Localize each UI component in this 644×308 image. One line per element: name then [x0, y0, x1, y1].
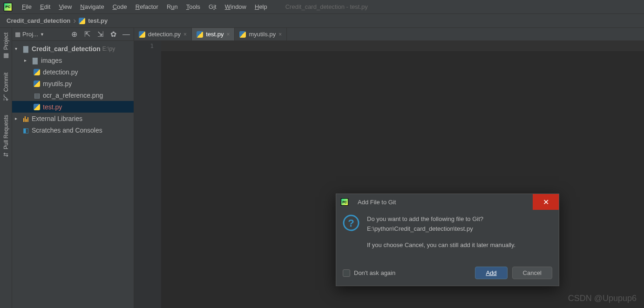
folder-icon: ▇ [21, 45, 30, 53]
question-icon: ? [343, 214, 359, 256]
pycharm-icon: PC [4, 3, 12, 11]
settings-icon[interactable]: ✿ [108, 30, 118, 39]
window-title: Credit_card_detection - test.py [285, 3, 368, 10]
menu-file[interactable]: File [18, 0, 36, 13]
chevron-right-icon[interactable]: ▸ [24, 58, 31, 63]
pull-request-icon: ⇆ [3, 151, 8, 158]
menu-bar: PC File Edit View Navigate Code Refactor… [0, 0, 644, 14]
locate-icon[interactable]: ⊕ [69, 30, 79, 39]
tree-file-myutils[interactable]: myutils.py [12, 78, 134, 89]
breadcrumb-file[interactable]: test.py [88, 17, 108, 24]
dialog-close-button[interactable]: ✕ [533, 194, 559, 210]
tree-file-detection[interactable]: detection.py [12, 66, 134, 78]
dialog-question: Do you want to add the following file to… [367, 215, 483, 222]
gutter-tab-commit[interactable]: Commit [3, 73, 9, 92]
gutter-tab-project[interactable]: Project [3, 33, 9, 50]
menu-refactor[interactable]: Refactor [131, 0, 163, 13]
git-add-dialog: PC Add File to Git ✕ ? Do you want to ad… [336, 194, 559, 286]
menu-window[interactable]: Window [221, 0, 251, 13]
collapse-all-icon[interactable]: ⇲ [95, 30, 105, 39]
python-file-icon [239, 31, 246, 38]
editor-tabs: detection.py × test.py × myutils.py × [134, 28, 644, 41]
left-tool-gutter: Project ▦ Commit ⎇ Pull Requests ⇆ [0, 28, 12, 308]
chevron-right-icon[interactable]: ▸ [15, 116, 21, 121]
project-tree: ▾ ▇ Credit_card_detection E:\py ▸ ▇ imag… [12, 41, 134, 136]
tree-root[interactable]: ▾ ▇ Credit_card_detection E:\py [12, 43, 134, 54]
dialog-titlebar[interactable]: PC Add File to Git ✕ [336, 194, 559, 210]
close-icon: ✕ [543, 198, 549, 207]
library-icon [21, 115, 30, 122]
python-file-icon [139, 31, 145, 38]
menu-help[interactable]: Help [251, 0, 271, 13]
tab-label: detection.py [148, 31, 181, 38]
tree-folder-images[interactable]: ▸ ▇ images [12, 54, 134, 66]
svg-text:?: ? [348, 217, 354, 229]
menu-view[interactable]: View [54, 0, 76, 13]
close-icon[interactable]: × [226, 31, 230, 38]
expand-all-icon[interactable]: ⇱ [82, 30, 92, 39]
menu-run[interactable]: Run [163, 0, 182, 13]
project-icon: ▦ [3, 52, 9, 59]
commit-icon: ⎇ [2, 94, 9, 101]
dialog-hint: If you choose Cancel, you can still add … [367, 241, 515, 250]
tree-file-label: detection.py [43, 68, 78, 76]
cancel-button[interactable]: Cancel [512, 267, 552, 279]
tree-root-path: E:\py [102, 46, 115, 52]
project-panel-title[interactable]: Proj... [22, 31, 38, 38]
folder-icon: ▇ [31, 57, 39, 64]
dont-ask-checkbox[interactable]: Don't ask again [343, 269, 395, 277]
tab-test[interactable]: test.py × [192, 28, 235, 40]
dropdown-icon[interactable]: ▼ [40, 32, 44, 37]
dialog-file-path: E:\python\Credit_card_detection\test.py [367, 225, 473, 232]
tree-file-test[interactable]: test.py [12, 101, 134, 113]
chevron-down-icon[interactable]: ▾ [15, 46, 21, 51]
tree-file-label: ocr_a_reference.png [43, 92, 103, 99]
hide-icon[interactable]: — [122, 30, 131, 39]
project-panel-header: ▦ Proj... ▼ ⊕ ⇱ ⇲ ✿ — [12, 28, 134, 41]
tab-myutils[interactable]: myutils.py × [235, 28, 287, 40]
close-icon[interactable]: × [183, 31, 187, 38]
python-file-icon [33, 69, 41, 75]
tree-folder-label: images [41, 57, 62, 64]
menu-edit[interactable]: Edit [36, 0, 54, 13]
dont-ask-label: Don't ask again [354, 269, 395, 276]
python-file-icon [33, 104, 41, 110]
tree-scratches[interactable]: ◧ Scratches and Consoles [12, 124, 134, 136]
tree-external-libs[interactable]: ▸ External Libraries [12, 113, 134, 124]
line-number: 1 [134, 42, 154, 49]
add-button[interactable]: Add [475, 267, 507, 279]
python-file-icon [79, 18, 85, 24]
breadcrumb-root[interactable]: Credit_card_detection [7, 17, 70, 24]
close-icon[interactable]: × [278, 31, 282, 38]
line-gutter: 1 [134, 41, 161, 308]
dialog-title-text: Add File to Git [358, 199, 396, 206]
menu-code[interactable]: Code [108, 0, 131, 13]
tab-detection[interactable]: detection.py × [134, 28, 192, 40]
pycharm-icon: PC [341, 198, 348, 206]
checkbox-icon [343, 269, 350, 277]
scratches-icon: ◧ [21, 127, 30, 134]
tree-scratches-label: Scratches and Consoles [32, 127, 102, 134]
python-file-icon [33, 80, 41, 87]
tree-file-ocr-ref[interactable]: ▤ ocr_a_reference.png [12, 89, 134, 101]
menu-tools[interactable]: Tools [182, 0, 204, 13]
menu-navigate[interactable]: Navigate [76, 0, 108, 13]
project-panel: ▦ Proj... ▼ ⊕ ⇱ ⇲ ✿ — ▾ ▇ Credit_card_de… [12, 28, 134, 308]
python-file-icon [197, 31, 203, 38]
tree-root-label: Credit_card_detection [32, 45, 101, 53]
breadcrumb-separator-icon: › [73, 16, 76, 26]
breadcrumb-bar: Credit_card_detection › test.py [0, 14, 644, 28]
add-button-label: Add [486, 269, 496, 276]
tree-file-label: test.py [43, 103, 62, 111]
image-file-icon: ▤ [33, 92, 41, 99]
watermark: CSDN @Upupup6 [568, 294, 637, 303]
tree-file-label: myutils.py [43, 80, 72, 87]
gutter-tab-pull-requests[interactable]: Pull Requests [3, 115, 9, 149]
tab-label: test.py [206, 31, 224, 38]
tree-external-label: External Libraries [32, 115, 82, 122]
menu-git[interactable]: Git [204, 0, 221, 13]
project-panel-icon: ▦ [15, 31, 20, 38]
tab-label: myutils.py [249, 31, 276, 38]
